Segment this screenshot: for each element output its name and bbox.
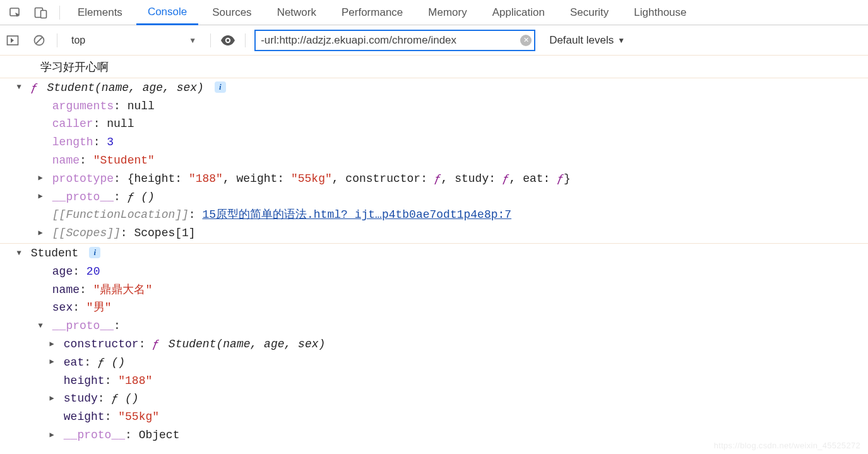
toggle-sidebar-icon[interactable] bbox=[4, 33, 21, 47]
function-keyword: ƒ bbox=[31, 81, 38, 94]
disclosure-triangle-icon[interactable]: ▶ bbox=[37, 191, 44, 203]
separator bbox=[59, 6, 60, 20]
log-levels-selector[interactable]: Default levels ▼ bbox=[549, 34, 625, 47]
prop-value: ƒ () bbox=[111, 392, 138, 405]
prop-key: name bbox=[52, 284, 80, 296]
disclosure-triangle-icon[interactable]: ▶ bbox=[48, 356, 56, 368]
property-row[interactable]: ▶ sex: "男" bbox=[15, 299, 868, 317]
property-row[interactable]: ▶ __proto__: ƒ () bbox=[15, 188, 868, 206]
tab-performance[interactable]: Performance bbox=[330, 0, 414, 25]
property-row[interactable]: ▶ caller: null bbox=[15, 115, 868, 133]
property-row[interactable]: ▶ name: "Student" bbox=[15, 152, 868, 170]
console-object: ▼ Student i ▶ age: 20 ▶ name: "鼎鼎大名" ▶ s… bbox=[0, 244, 868, 445]
prop-value: "男" bbox=[86, 301, 112, 314]
prop-key: eat bbox=[64, 356, 84, 369]
function-keyword: ƒ bbox=[152, 338, 159, 350]
filter-input[interactable] bbox=[254, 30, 535, 51]
property-row[interactable]: ▶ constructor: ƒ Student(name, age, sex) bbox=[15, 335, 868, 354]
tab-memory[interactable]: Memory bbox=[417, 0, 478, 25]
prop-value: ƒ () bbox=[98, 356, 125, 369]
object-header[interactable]: ▼ Student i bbox=[15, 244, 868, 263]
watermark: https://blog.csdn.net/weixin_45525272 bbox=[714, 441, 860, 450]
property-row[interactable]: ▶ arguments: null bbox=[15, 97, 868, 116]
disclosure-triangle-icon[interactable]: ▶ bbox=[48, 393, 56, 405]
disclosure-triangle-icon[interactable]: ▼ bbox=[37, 320, 44, 332]
prop-key: weight bbox=[64, 410, 105, 423]
property-row[interactable]: ▶ eat: ƒ () bbox=[15, 354, 868, 372]
prop-value: null bbox=[128, 100, 155, 112]
prop-key: length bbox=[52, 136, 93, 148]
separator bbox=[57, 33, 57, 47]
prop-key: study bbox=[64, 392, 98, 405]
property-row[interactable]: ▶ length: 3 bbox=[15, 133, 868, 152]
property-row[interactable]: ▶ weight: "55kg" bbox=[15, 408, 868, 426]
chevron-down-icon: ▼ bbox=[617, 36, 625, 45]
property-row[interactable]: ▶ prototype: {height: "188", weight: "55… bbox=[15, 170, 868, 188]
disclosure-triangle-icon[interactable]: ▶ bbox=[48, 429, 56, 441]
prop-value: ƒ () bbox=[128, 191, 155, 203]
prop-value-preview: {height: "188", weight: "55kg", construc… bbox=[128, 172, 571, 185]
prop-key: height bbox=[64, 374, 105, 387]
console-output: 学习好开心啊 ▼ ƒ Student(name, age, sex) i ▶ a… bbox=[0, 56, 868, 453]
tab-security[interactable]: Security bbox=[559, 0, 620, 25]
function-signature: Student(name, age, sex) bbox=[162, 338, 325, 350]
prop-key: __proto__ bbox=[64, 429, 125, 441]
disclosure-triangle-icon[interactable]: ▼ bbox=[15, 248, 23, 260]
clear-filter-icon[interactable]: ✕ bbox=[520, 35, 532, 46]
info-badge-icon[interactable]: i bbox=[215, 81, 226, 93]
prop-key: arguments bbox=[52, 100, 114, 112]
devtools-tabbar: Elements Console Sources Network Perform… bbox=[0, 0, 868, 25]
svg-point-7 bbox=[227, 39, 229, 41]
disclosure-triangle-icon[interactable]: ▶ bbox=[48, 338, 56, 350]
prop-value: Scopes[1] bbox=[134, 227, 195, 239]
tab-console[interactable]: Console bbox=[136, 1, 198, 25]
property-row[interactable]: ▶ study: ƒ () bbox=[15, 390, 868, 408]
disclosure-triangle-icon[interactable]: ▶ bbox=[37, 172, 44, 184]
disclosure-triangle-icon[interactable]: ▼ bbox=[15, 81, 23, 93]
filter-wrapper: ✕ bbox=[254, 30, 535, 51]
prop-key: age bbox=[52, 265, 73, 278]
tab-application[interactable]: Application bbox=[481, 0, 556, 25]
separator bbox=[210, 33, 211, 47]
property-row[interactable]: ▶ [[Scopes]]: Scopes[1] bbox=[15, 224, 868, 242]
inspect-icon[interactable] bbox=[4, 4, 27, 21]
tab-network[interactable]: Network bbox=[266, 0, 328, 25]
disclosure-triangle-icon[interactable]: ▶ bbox=[37, 227, 44, 239]
prop-value: "Student" bbox=[93, 154, 155, 167]
property-row[interactable]: ▶ name: "鼎鼎大名" bbox=[15, 281, 868, 299]
device-toggle-icon[interactable] bbox=[29, 4, 53, 21]
svg-rect-2 bbox=[41, 10, 47, 18]
console-toolbar: top ▼ ✕ Default levels ▼ bbox=[0, 25, 868, 56]
prop-key: caller bbox=[52, 117, 93, 130]
prop-key: sex bbox=[52, 301, 73, 314]
object-class-name: Student bbox=[31, 247, 79, 260]
prop-value: Object bbox=[139, 429, 180, 441]
tab-elements[interactable]: Elements bbox=[66, 0, 134, 25]
svg-line-5 bbox=[36, 37, 42, 44]
console-object: ▼ ƒ Student(name, age, sex) i ▶ argument… bbox=[0, 78, 868, 244]
function-location-link[interactable]: 15原型的简单的语法.html? ijt…p4tb0ae7odt1p4e8p:7 bbox=[202, 208, 511, 221]
prop-value: 3 bbox=[107, 136, 114, 148]
context-label: top bbox=[71, 35, 85, 46]
prop-value: "188" bbox=[118, 374, 152, 387]
tab-sources[interactable]: Sources bbox=[201, 0, 263, 25]
context-selector[interactable]: top ▼ bbox=[66, 32, 201, 49]
live-expression-icon[interactable] bbox=[220, 34, 236, 47]
prop-value: "鼎鼎大名" bbox=[93, 284, 153, 296]
prop-key: __proto__ bbox=[52, 320, 114, 332]
property-row[interactable]: ▼ __proto__: bbox=[15, 317, 868, 335]
clear-console-icon[interactable] bbox=[30, 33, 48, 48]
chevron-down-icon: ▼ bbox=[189, 36, 196, 45]
function-signature: Student(name, age, sex) bbox=[47, 81, 203, 94]
property-row[interactable]: ▶ height: "188" bbox=[15, 372, 868, 390]
prop-value: 20 bbox=[86, 265, 100, 278]
property-row[interactable]: ▶ age: 20 bbox=[15, 263, 868, 281]
object-header[interactable]: ▼ ƒ Student(name, age, sex) i bbox=[15, 79, 868, 97]
prop-key: [[FunctionLocation]] bbox=[52, 208, 189, 221]
prop-value: null bbox=[107, 117, 134, 130]
prop-key: name bbox=[52, 154, 80, 167]
tab-lighthouse[interactable]: Lighthouse bbox=[622, 0, 698, 25]
info-badge-icon[interactable]: i bbox=[89, 247, 100, 258]
prop-value: "55kg" bbox=[118, 410, 159, 423]
property-row[interactable]: ▶ [[FunctionLocation]]: 15原型的简单的语法.html?… bbox=[15, 206, 868, 224]
